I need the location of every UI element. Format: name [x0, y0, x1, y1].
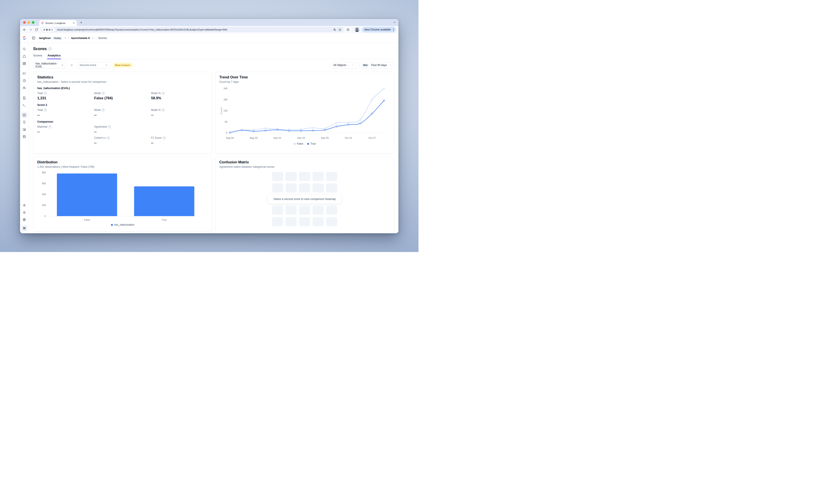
page-title-row: Scores i — [33, 46, 394, 51]
help-icon[interactable]: ? — [162, 109, 164, 112]
minimize-window-button[interactable] — [28, 21, 30, 24]
address-bar[interactable]: cloud.langfuse.com/project/cmhnuoj660007… — [40, 27, 344, 32]
page-tabs: Scores Analytics — [33, 54, 394, 59]
extensions-button[interactable] — [346, 28, 350, 31]
sidebar-item-prompts[interactable] — [21, 95, 28, 101]
heatmap-placeholder-cell — [299, 183, 310, 192]
bookmark-button[interactable] — [338, 28, 341, 31]
app-logo-cell[interactable] — [20, 33, 29, 43]
confusion-placeholder-grid — [272, 206, 337, 226]
page-title: Scores — [33, 46, 47, 51]
site-info-chip[interactable] — [41, 28, 55, 32]
browser-profile-avatar[interactable] — [355, 27, 359, 32]
avatar-silhouette — [356, 28, 358, 30]
help-icon[interactable]: ? — [107, 136, 110, 139]
help-icon[interactable]: ? — [162, 92, 164, 95]
distribution-legend[interactable]: has_hallucination — [37, 223, 208, 226]
sidebar-item-dashboards[interactable] — [21, 60, 28, 67]
trend-legend[interactable]: FalseTrue — [219, 142, 390, 145]
url-text: cloud.langfuse.com/project/cmhnuoj660007… — [57, 28, 331, 31]
svg-text:Count: Count — [220, 107, 222, 114]
legend-item[interactable]: has_hallucination — [111, 223, 135, 226]
heatmap-placeholder-cell — [313, 183, 324, 192]
back-arrow-icon — [23, 28, 26, 32]
svg-text:120: 120 — [224, 109, 227, 112]
confusion-title: Confusion Matrix — [219, 160, 390, 165]
heatmap-placeholder-cell — [286, 183, 297, 192]
tab-close-icon[interactable] — [73, 22, 75, 24]
chevron-down-icon[interactable] — [64, 37, 67, 39]
help-icon[interactable]: ? — [48, 126, 51, 128]
filter-row: has_hallucination · EVAL Second score Be… — [33, 62, 394, 69]
sidebar-item-evaluation[interactable] — [21, 119, 28, 125]
distribution-bar-chart[interactable]: 0200400600800FalseTrue — [37, 170, 208, 222]
svg-text:0: 0 — [226, 132, 227, 134]
zoom-window-button[interactable] — [32, 21, 34, 24]
date-range-select[interactable]: 90d Past 90 days — [359, 62, 394, 69]
reload-icon — [35, 28, 38, 31]
legend-item[interactable]: False — [293, 142, 303, 145]
trend-line-chart[interactable]: 060120180240CountAug 04Aug 18Sep 01Sep 1… — [219, 85, 390, 141]
breadcrumb-org[interactable]: langfuse — [39, 36, 51, 40]
forward-arrow-icon — [29, 28, 33, 32]
sidebar-item-annotation-queues[interactable] — [21, 126, 28, 132]
browser-tab[interactable]: Scores | Langfuse — [39, 20, 77, 26]
help-icon[interactable]: ? — [108, 126, 111, 128]
sidebar-item-scores[interactable] — [21, 112, 28, 118]
info-icon[interactable]: i — [48, 47, 51, 50]
tab-analytics[interactable]: Analytics — [48, 54, 60, 59]
tab-title: Scores | Langfuse — [45, 22, 71, 24]
sidebar-item-datasets[interactable] — [21, 133, 28, 139]
sidebar-item-sessions[interactable] — [21, 77, 28, 83]
svg-text:True: True — [162, 219, 167, 221]
window-controls[interactable] — [23, 21, 34, 24]
chevron-down-icon — [389, 64, 392, 67]
heatmap-placeholder-cell — [272, 206, 283, 215]
sidebar-item-users[interactable] — [21, 85, 28, 91]
sidebar-item-settings[interactable] — [21, 209, 28, 216]
sidebar-item-support[interactable] — [21, 217, 28, 223]
help-icon[interactable]: ? — [44, 109, 47, 112]
svg-text:200: 200 — [42, 204, 46, 206]
score1-select[interactable]: has_hallucination · EVAL — [33, 62, 66, 69]
close-window-button[interactable] — [23, 21, 26, 24]
chevron-down-icon[interactable] — [91, 37, 94, 39]
tab-scores[interactable]: Scores — [33, 54, 42, 59]
confusion-placeholder-grid — [272, 172, 337, 192]
sidebar-item-search[interactable] — [21, 46, 28, 52]
sidebar-toggle-button[interactable] — [32, 36, 36, 40]
sidebar-item-ask-ai[interactable] — [21, 202, 28, 208]
new-chrome-available-button[interactable]: New Chrome available — [362, 27, 396, 33]
score2-select[interactable]: Second score — [77, 62, 110, 69]
sidebar-item-home[interactable] — [21, 53, 28, 59]
clear-score1-button[interactable] — [69, 62, 74, 68]
toolbar-divider — [352, 28, 352, 32]
help-icon[interactable]: ? — [102, 109, 105, 112]
back-button[interactable] — [23, 28, 26, 32]
confusion-subtitle: Agreement matrix between categorical sco… — [219, 165, 390, 168]
forward-button[interactable] — [29, 28, 33, 32]
legend-item[interactable]: True — [307, 142, 316, 145]
reload-button[interactable] — [35, 28, 38, 31]
browser-menu-icon[interactable] — [392, 28, 395, 31]
help-icon[interactable]: ? — [44, 92, 47, 95]
help-icon[interactable]: ? — [163, 136, 166, 139]
help-icon[interactable]: ? — [102, 92, 105, 95]
object-type-select[interactable]: All Objects — [331, 62, 357, 69]
beta-feature-badge: Beta Feature — [113, 63, 132, 68]
stat-mode-2: Mode? -- — [94, 109, 151, 117]
breadcrumb-project[interactable]: launchweek-4 — [71, 36, 90, 40]
confusion-placeholder-message: Select a second score to view comparison… — [268, 194, 342, 204]
user-avatar[interactable]: M — [22, 225, 27, 231]
stat-mode: Mode? False (784) — [94, 92, 151, 100]
tab-search-button[interactable] — [393, 21, 396, 25]
new-tab-button[interactable] — [78, 20, 84, 25]
zoom-page-button[interactable] — [333, 28, 336, 31]
stat-total-2: Total? -- — [37, 109, 94, 117]
puzzle-icon — [346, 28, 350, 31]
sidebar-item-playground[interactable] — [21, 102, 28, 108]
panel-toggle-icon — [32, 36, 36, 40]
home-icon — [22, 54, 26, 58]
legend-label: has_hallucination — [114, 223, 135, 226]
sidebar-item-tracing[interactable] — [21, 70, 28, 76]
